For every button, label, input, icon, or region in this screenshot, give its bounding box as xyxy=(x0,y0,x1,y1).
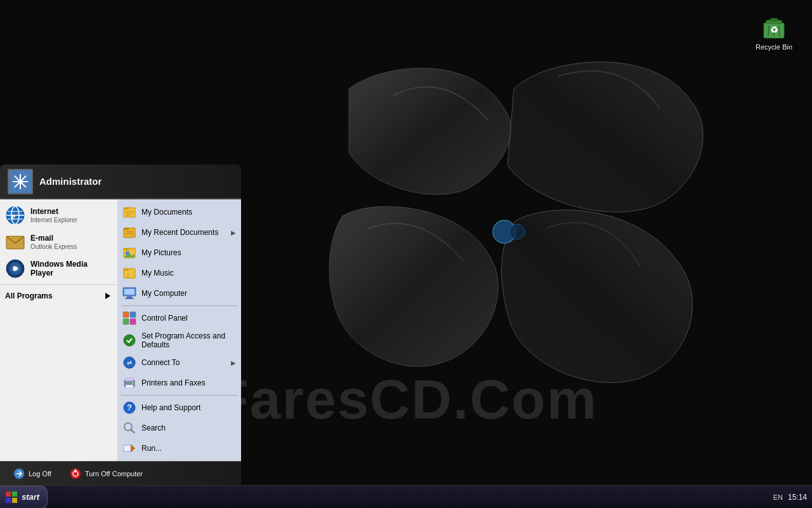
my-recent-documents-label: My Recent Documents xyxy=(141,228,231,237)
windows-logo-icon xyxy=(5,491,18,504)
start-menu-item-email[interactable]: E-mail Outlook Express xyxy=(0,229,117,255)
svg-rect-50 xyxy=(130,319,136,324)
my-computer-icon xyxy=(122,286,136,300)
desktop-logo xyxy=(317,38,761,470)
internet-item-text: Internet Internet Explorer xyxy=(30,207,77,223)
wmp-label: Windows Media Player xyxy=(30,260,112,278)
set-program-access-label: Set Program Access and Defaults xyxy=(141,331,236,349)
svg-line-7 xyxy=(779,25,780,36)
help-support-icon: ? xyxy=(122,401,136,415)
svg-text:?: ? xyxy=(127,403,132,412)
user-name: Administrator xyxy=(39,176,102,187)
run-label: Run... xyxy=(141,444,236,453)
svg-rect-44 xyxy=(124,289,134,295)
start-menu-item-run[interactable]: Run... xyxy=(117,438,241,458)
run-icon xyxy=(122,441,136,455)
svg-rect-45 xyxy=(127,297,132,298)
turnoff-button[interactable]: Turn Off Computer xyxy=(63,465,149,482)
my-documents-icon xyxy=(122,205,136,219)
start-menu-body: e Internet Internet Explorer xyxy=(0,199,241,461)
tray-clock: 15:14 xyxy=(788,493,807,502)
svg-text:e: e xyxy=(11,211,15,221)
svg-rect-49 xyxy=(123,319,129,324)
logoff-label: Log Off xyxy=(29,470,51,478)
svg-rect-72 xyxy=(12,498,17,503)
turnoff-icon xyxy=(69,467,82,480)
start-menu-header: Administrator xyxy=(0,164,241,199)
right-divider-1 xyxy=(121,305,237,306)
svg-rect-55 xyxy=(126,378,133,381)
email-sublabel: Outlook Express xyxy=(30,243,77,250)
svg-line-61 xyxy=(131,429,134,433)
control-panel-label: Control Panel xyxy=(141,314,236,323)
internet-sublabel: Internet Explorer xyxy=(30,217,77,224)
svg-point-14 xyxy=(18,179,23,184)
svg-point-1 xyxy=(509,224,525,239)
svg-text:♪: ♪ xyxy=(126,271,130,278)
recycle-bin-svg: ♻ xyxy=(761,15,787,41)
svg-rect-70 xyxy=(12,491,17,497)
svg-rect-71 xyxy=(6,498,11,503)
svg-text:⇌: ⇌ xyxy=(127,359,132,366)
svg-text:♻: ♻ xyxy=(770,25,778,35)
internet-label: Internet xyxy=(30,207,77,216)
svg-rect-33 xyxy=(124,228,129,230)
start-menu-item-printers-faxes[interactable]: Printers and Faxes xyxy=(117,373,241,393)
my-computer-label: My Computer xyxy=(141,289,236,298)
my-music-icon: ♪ xyxy=(122,266,136,280)
my-recent-documents-arrow: ▶ xyxy=(231,229,236,236)
all-programs-button[interactable]: All Programs xyxy=(0,288,117,304)
start-menu-item-search[interactable]: Search xyxy=(117,418,241,438)
search-label: Search xyxy=(141,424,236,432)
right-divider-2 xyxy=(121,395,237,396)
start-menu-item-internet[interactable]: e Internet Internet Explorer xyxy=(0,202,117,229)
start-menu-item-connect-to[interactable]: ⇌ Connect To ▶ xyxy=(117,352,241,373)
start-menu-item-my-pictures[interactable]: My Pictures xyxy=(117,243,241,263)
my-documents-label: My Documents xyxy=(141,208,236,217)
recycle-bin-icon[interactable]: ♻ Recycle Bin xyxy=(749,13,799,53)
svg-point-51 xyxy=(124,335,135,346)
wmp-item-text: Windows Media Player xyxy=(30,260,112,278)
start-menu-item-set-program-access[interactable]: Set Program Access and Defaults xyxy=(117,328,241,352)
my-music-label: My Music xyxy=(141,269,236,277)
start-button-label: start xyxy=(22,492,39,502)
logoff-button[interactable]: Log Off xyxy=(6,465,58,482)
start-menu-item-my-documents[interactable]: My Documents xyxy=(117,202,241,222)
svg-rect-56 xyxy=(126,385,133,388)
all-programs-label: All Programs xyxy=(5,291,103,300)
start-menu-item-wmp[interactable]: Windows Media Player xyxy=(0,255,117,282)
svg-line-5 xyxy=(768,25,769,36)
my-recent-documents-icon xyxy=(122,225,136,239)
all-programs-arrow xyxy=(103,291,112,300)
logoff-icon xyxy=(13,467,25,480)
left-divider xyxy=(0,284,117,285)
desktop-icons-area: ♻ Recycle Bin xyxy=(749,13,799,53)
taskbar-tray: EN 15:14 xyxy=(768,493,812,502)
start-menu-item-my-music[interactable]: ♪ My Music xyxy=(117,263,241,283)
turnoff-label: Turn Off Computer xyxy=(85,470,143,478)
connect-to-label: Connect To xyxy=(141,358,231,367)
start-menu-footer: Log Off Turn Off Computer xyxy=(0,461,241,485)
svg-point-57 xyxy=(132,382,134,384)
start-menu-item-help-support[interactable]: ? Help and Support xyxy=(117,398,241,418)
wmp-icon xyxy=(5,258,25,279)
svg-rect-47 xyxy=(123,312,129,318)
desktop: FaresCD.Com ♻ Recycle Bin xyxy=(0,0,812,508)
tray-language: EN xyxy=(773,493,783,501)
start-button[interactable]: start xyxy=(0,486,48,509)
svg-rect-48 xyxy=(130,312,136,318)
my-pictures-label: My Pictures xyxy=(141,248,236,257)
connect-to-icon: ⇌ xyxy=(122,356,136,370)
search-icon xyxy=(122,421,136,435)
email-item-text: E-mail Outlook Express xyxy=(30,234,77,250)
svg-marker-64 xyxy=(131,444,135,452)
connect-to-arrow: ▶ xyxy=(231,359,236,366)
svg-rect-46 xyxy=(125,298,134,299)
start-menu-item-my-recent-documents[interactable]: My Recent Documents ▶ xyxy=(117,222,241,243)
taskbar: start EN 15:14 xyxy=(0,485,812,508)
start-menu-item-control-panel[interactable]: Control Panel xyxy=(117,308,241,328)
start-menu-item-my-computer[interactable]: My Computer xyxy=(117,283,241,304)
email-icon xyxy=(5,232,25,252)
svg-rect-69 xyxy=(6,491,11,497)
user-avatar xyxy=(8,169,33,194)
